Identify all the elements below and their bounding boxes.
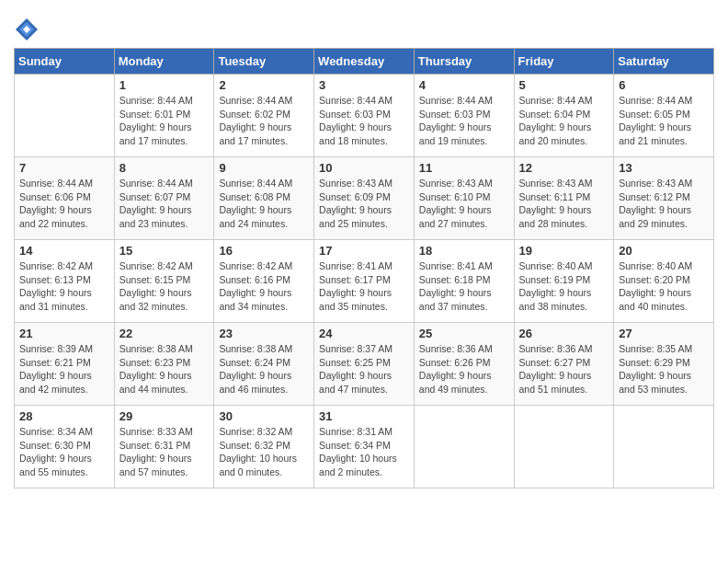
day-cell: 24Sunrise: 8:37 AM Sunset: 6:25 PM Dayli… — [314, 323, 415, 406]
week-row-2: 7Sunrise: 8:44 AM Sunset: 6:06 PM Daylig… — [15, 157, 714, 240]
header-cell-friday: Friday — [514, 49, 614, 75]
day-cell: 16Sunrise: 8:42 AM Sunset: 6:16 PM Dayli… — [214, 240, 314, 323]
week-row-3: 14Sunrise: 8:42 AM Sunset: 6:13 PM Dayli… — [15, 240, 714, 323]
header-cell-monday: Monday — [114, 49, 214, 75]
day-info: Sunrise: 8:44 AM Sunset: 6:02 PM Dayligh… — [219, 94, 309, 148]
day-number: 25 — [419, 327, 509, 340]
day-cell: 28Sunrise: 8:34 AM Sunset: 6:30 PM Dayli… — [15, 406, 115, 488]
day-info: Sunrise: 8:32 AM Sunset: 6:32 PM Dayligh… — [219, 425, 309, 479]
day-number: 13 — [619, 161, 709, 175]
day-cell — [414, 406, 514, 488]
day-cell: 9Sunrise: 8:44 AM Sunset: 6:08 PM Daylig… — [214, 157, 314, 240]
day-info: Sunrise: 8:44 AM Sunset: 6:08 PM Dayligh… — [219, 177, 309, 231]
day-number: 28 — [19, 409, 109, 423]
day-cell: 12Sunrise: 8:43 AM Sunset: 6:11 PM Dayli… — [514, 157, 614, 240]
day-number: 20 — [619, 244, 709, 258]
day-number: 10 — [319, 161, 409, 175]
day-number: 24 — [319, 327, 409, 340]
day-cell — [15, 75, 115, 157]
day-cell: 5Sunrise: 8:44 AM Sunset: 6:04 PM Daylig… — [514, 75, 614, 157]
day-info: Sunrise: 8:41 AM Sunset: 6:17 PM Dayligh… — [319, 259, 409, 314]
day-number: 27 — [619, 327, 709, 340]
day-number: 15 — [119, 244, 210, 258]
header-cell-saturday: Saturday — [614, 49, 714, 75]
day-info: Sunrise: 8:39 AM Sunset: 6:21 PM Dayligh… — [19, 342, 109, 396]
day-info: Sunrise: 8:43 AM Sunset: 6:11 PM Dayligh… — [519, 177, 609, 231]
day-info: Sunrise: 8:44 AM Sunset: 6:03 PM Dayligh… — [419, 94, 509, 148]
day-info: Sunrise: 8:34 AM Sunset: 6:30 PM Dayligh… — [19, 425, 109, 479]
page-header — [14, 9, 714, 42]
day-info: Sunrise: 8:44 AM Sunset: 6:04 PM Dayligh… — [519, 94, 609, 148]
day-cell: 26Sunrise: 8:36 AM Sunset: 6:27 PM Dayli… — [514, 323, 614, 406]
day-cell: 18Sunrise: 8:41 AM Sunset: 6:18 PM Dayli… — [414, 240, 514, 323]
day-info: Sunrise: 8:36 AM Sunset: 6:27 PM Dayligh… — [519, 342, 609, 396]
day-info: Sunrise: 8:40 AM Sunset: 6:19 PM Dayligh… — [519, 259, 609, 314]
day-number: 9 — [219, 161, 309, 175]
day-cell: 3Sunrise: 8:44 AM Sunset: 6:03 PM Daylig… — [314, 75, 415, 157]
day-info: Sunrise: 8:43 AM Sunset: 6:10 PM Dayligh… — [419, 177, 509, 231]
day-info: Sunrise: 8:44 AM Sunset: 6:01 PM Dayligh… — [119, 94, 210, 148]
day-info: Sunrise: 8:33 AM Sunset: 6:31 PM Dayligh… — [119, 425, 210, 479]
day-number: 3 — [319, 78, 409, 92]
week-row-5: 28Sunrise: 8:34 AM Sunset: 6:30 PM Dayli… — [15, 406, 714, 488]
day-info: Sunrise: 8:42 AM Sunset: 6:15 PM Dayligh… — [119, 259, 210, 314]
day-info: Sunrise: 8:44 AM Sunset: 6:05 PM Dayligh… — [619, 94, 709, 148]
day-number: 18 — [419, 244, 509, 258]
day-info: Sunrise: 8:43 AM Sunset: 6:09 PM Dayligh… — [319, 177, 409, 231]
day-cell: 13Sunrise: 8:43 AM Sunset: 6:12 PM Dayli… — [614, 157, 714, 240]
day-cell: 19Sunrise: 8:40 AM Sunset: 6:19 PM Dayli… — [514, 240, 614, 323]
day-number: 22 — [119, 327, 210, 340]
day-number: 12 — [519, 161, 609, 175]
day-cell: 14Sunrise: 8:42 AM Sunset: 6:13 PM Dayli… — [15, 240, 115, 323]
day-cell: 30Sunrise: 8:32 AM Sunset: 6:32 PM Dayli… — [214, 406, 314, 488]
day-cell: 15Sunrise: 8:42 AM Sunset: 6:15 PM Dayli… — [114, 240, 214, 323]
day-info: Sunrise: 8:43 AM Sunset: 6:12 PM Dayligh… — [619, 177, 709, 231]
day-cell: 7Sunrise: 8:44 AM Sunset: 6:06 PM Daylig… — [15, 157, 115, 240]
day-number: 2 — [219, 78, 309, 92]
day-cell: 17Sunrise: 8:41 AM Sunset: 6:17 PM Dayli… — [314, 240, 415, 323]
day-info: Sunrise: 8:44 AM Sunset: 6:03 PM Dayligh… — [319, 94, 409, 148]
day-cell: 4Sunrise: 8:44 AM Sunset: 6:03 PM Daylig… — [414, 75, 514, 157]
day-number: 1 — [119, 78, 210, 92]
day-number: 23 — [219, 327, 309, 340]
logo — [14, 17, 43, 42]
day-info: Sunrise: 8:35 AM Sunset: 6:29 PM Dayligh… — [619, 342, 709, 396]
day-number: 19 — [519, 244, 609, 258]
day-number: 5 — [519, 78, 609, 92]
day-cell: 2Sunrise: 8:44 AM Sunset: 6:02 PM Daylig… — [214, 75, 314, 157]
day-number: 16 — [219, 244, 309, 258]
day-cell: 23Sunrise: 8:38 AM Sunset: 6:24 PM Dayli… — [214, 323, 314, 406]
day-cell: 22Sunrise: 8:38 AM Sunset: 6:23 PM Dayli… — [114, 323, 214, 406]
day-info: Sunrise: 8:44 AM Sunset: 6:06 PM Dayligh… — [19, 177, 109, 231]
day-info: Sunrise: 8:40 AM Sunset: 6:20 PM Dayligh… — [619, 259, 709, 314]
header-row: SundayMondayTuesdayWednesdayThursdayFrid… — [15, 49, 714, 75]
day-number: 7 — [19, 161, 109, 175]
day-cell: 31Sunrise: 8:31 AM Sunset: 6:34 PM Dayli… — [314, 406, 415, 488]
day-info: Sunrise: 8:42 AM Sunset: 6:13 PM Dayligh… — [19, 259, 109, 314]
day-cell: 1Sunrise: 8:44 AM Sunset: 6:01 PM Daylig… — [114, 75, 214, 157]
day-number: 11 — [419, 161, 509, 175]
week-row-1: 1Sunrise: 8:44 AM Sunset: 6:01 PM Daylig… — [15, 75, 714, 157]
day-cell: 8Sunrise: 8:44 AM Sunset: 6:07 PM Daylig… — [114, 157, 214, 240]
day-number: 31 — [319, 409, 409, 423]
day-info: Sunrise: 8:36 AM Sunset: 6:26 PM Dayligh… — [419, 342, 509, 396]
day-number: 29 — [119, 409, 210, 423]
day-info: Sunrise: 8:37 AM Sunset: 6:25 PM Dayligh… — [319, 342, 409, 396]
day-cell — [514, 406, 614, 488]
day-cell: 27Sunrise: 8:35 AM Sunset: 6:29 PM Dayli… — [614, 323, 714, 406]
day-cell: 11Sunrise: 8:43 AM Sunset: 6:10 PM Dayli… — [414, 157, 514, 240]
header-cell-tuesday: Tuesday — [214, 49, 314, 75]
day-cell: 10Sunrise: 8:43 AM Sunset: 6:09 PM Dayli… — [314, 157, 415, 240]
day-info: Sunrise: 8:38 AM Sunset: 6:24 PM Dayligh… — [219, 342, 309, 396]
day-number: 8 — [119, 161, 210, 175]
day-number: 4 — [419, 78, 509, 92]
header-cell-sunday: Sunday — [15, 49, 115, 75]
calendar-table: SundayMondayTuesdayWednesdayThursdayFrid… — [14, 48, 714, 488]
day-number: 26 — [519, 327, 609, 340]
day-number: 30 — [219, 409, 309, 423]
day-cell: 25Sunrise: 8:36 AM Sunset: 6:26 PM Dayli… — [414, 323, 514, 406]
day-info: Sunrise: 8:44 AM Sunset: 6:07 PM Dayligh… — [119, 177, 210, 231]
day-number: 21 — [19, 327, 109, 340]
header-cell-thursday: Thursday — [414, 49, 514, 75]
day-number: 17 — [319, 244, 409, 258]
